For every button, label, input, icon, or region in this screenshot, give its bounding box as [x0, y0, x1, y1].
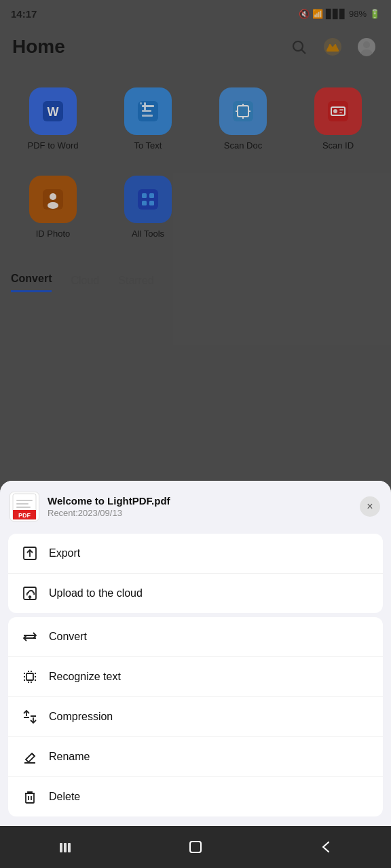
bottom-sheet: PDF Welcome to LightPDF.pdf Recent:2023/… [0, 481, 391, 826]
nav-home-button[interactable] [179, 830, 212, 864]
close-button[interactable]: × [360, 496, 380, 517]
menu-section-2: Convert Recognize text [8, 617, 383, 816]
bottom-navigation [0, 826, 391, 868]
convert-icon [22, 629, 38, 644]
compression-label: Compression [49, 711, 113, 723]
svg-rect-47 [26, 673, 33, 680]
export-button[interactable]: Export [8, 534, 383, 574]
nav-menu-button[interactable] [48, 830, 82, 864]
delete-label: Delete [49, 791, 80, 803]
bottom-sheet-header: PDF Welcome to LightPDF.pdf Recent:2023/… [0, 481, 391, 530]
file-icon: PDF [10, 492, 39, 521]
export-icon [22, 546, 38, 561]
convert-label: Convert [49, 631, 87, 643]
svg-rect-68 [64, 843, 67, 852]
cloud-upload-icon [22, 586, 38, 601]
svg-rect-38 [16, 500, 33, 501]
file-name: Welcome to LightPDF.pdf [48, 495, 352, 507]
delete-icon [22, 789, 38, 804]
delete-button[interactable]: Delete [8, 777, 383, 816]
svg-rect-67 [60, 843, 62, 852]
svg-rect-40 [16, 507, 31, 508]
nav-back-button[interactable] [309, 830, 343, 864]
compress-icon [22, 709, 38, 724]
compression-button[interactable]: Compression [8, 697, 383, 737]
svg-rect-70 [190, 842, 201, 852]
back-arrow-icon [316, 837, 335, 856]
rename-icon [22, 749, 38, 764]
export-label: Export [49, 547, 80, 559]
convert-button[interactable]: Convert [8, 617, 383, 657]
rename-label: Rename [49, 751, 90, 763]
file-info: Welcome to LightPDF.pdf Recent:2023/09/1… [48, 495, 352, 518]
menu-lines-icon [56, 837, 75, 856]
svg-rect-39 [16, 503, 29, 505]
recognize-text-button[interactable]: Recognize text [8, 657, 383, 697]
recognize-icon [22, 669, 38, 684]
square-icon [186, 837, 205, 856]
upload-cloud-label: Upload to the cloud [49, 587, 143, 599]
recognize-text-label: Recognize text [49, 671, 121, 683]
file-date: Recent:2023/09/13 [48, 508, 352, 518]
svg-text:PDF: PDF [18, 512, 31, 519]
svg-line-63 [32, 753, 35, 756]
pdf-file-icon: PDF [12, 493, 37, 520]
svg-rect-64 [26, 793, 34, 803]
rename-button[interactable]: Rename [8, 737, 383, 777]
upload-cloud-button[interactable]: Upload to the cloud [8, 574, 383, 613]
menu-section-1: Export Upload to the cloud [8, 534, 383, 613]
svg-rect-69 [68, 843, 71, 852]
